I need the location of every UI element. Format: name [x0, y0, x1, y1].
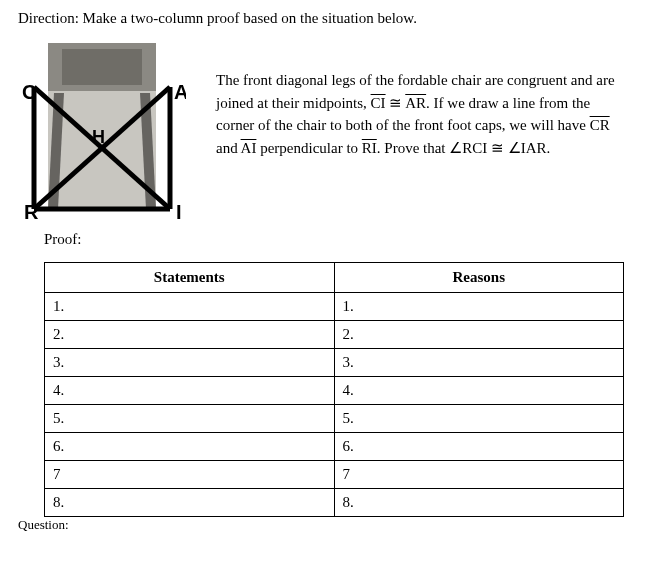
reason-cell: 1. — [334, 293, 624, 321]
label-H: H — [92, 127, 105, 147]
reason-cell: 6. — [334, 433, 624, 461]
table-row: 6. 6. — [45, 433, 624, 461]
label-R: R — [24, 201, 39, 219]
seg-AI: AI — [241, 140, 257, 156]
seg-CR: CR — [590, 117, 610, 133]
stmt-cell: 6. — [45, 433, 335, 461]
problem-description: The front diagonal legs of the fordable … — [216, 43, 632, 159]
reason-cell: 5. — [334, 405, 624, 433]
label-I: I — [176, 201, 182, 219]
reason-cell: 8. — [334, 489, 624, 517]
chair-back-panel — [62, 49, 142, 85]
top-section: C A H R I The front diagonal legs of the… — [18, 43, 632, 219]
reason-cell: 4. — [334, 377, 624, 405]
desc-part5: . Prove that ∠RCI ≅ ∠IAR. — [377, 140, 551, 156]
stmt-cell: 7 — [45, 461, 335, 489]
table-row: 8. 8. — [45, 489, 624, 517]
table-row: 1. 1. — [45, 293, 624, 321]
stmt-cell: 2. — [45, 321, 335, 349]
bottom-cut-text: Question: — [18, 517, 632, 533]
diagram-svg: C A H R I — [18, 43, 186, 219]
seg-RI: RI — [362, 140, 377, 156]
chair-diagram: C A H R I — [18, 43, 186, 219]
desc-cong1: ≅ — [386, 95, 406, 111]
proof-table: Statements Reasons 1. 1. 2. 2. 3. 3. 4. … — [44, 262, 624, 517]
table-row: 7 7 — [45, 461, 624, 489]
header-statements: Statements — [45, 263, 335, 293]
stmt-cell: 8. — [45, 489, 335, 517]
desc-part3: and — [216, 140, 241, 156]
reason-cell: 7 — [334, 461, 624, 489]
header-reasons: Reasons — [334, 263, 624, 293]
table-body: 1. 1. 2. 2. 3. 3. 4. 4. 5. 5. 6. 6. 7 7 … — [45, 293, 624, 517]
reason-cell: 2. — [334, 321, 624, 349]
seg-CI: CI — [371, 95, 386, 111]
label-A: A — [174, 81, 186, 103]
stmt-cell: 4. — [45, 377, 335, 405]
stmt-cell: 5. — [45, 405, 335, 433]
proof-label: Proof: — [44, 223, 632, 262]
desc-part4: perpendicular to — [256, 140, 361, 156]
stmt-cell: 3. — [45, 349, 335, 377]
table-row: 5. 5. — [45, 405, 624, 433]
table-head: Statements Reasons — [45, 263, 624, 293]
label-C: C — [22, 81, 36, 103]
table-row: 4. 4. — [45, 377, 624, 405]
direction-line: Direction: Make a two-column proof based… — [18, 10, 632, 27]
table-row: 3. 3. — [45, 349, 624, 377]
diagram-column: C A H R I — [18, 43, 204, 219]
seg-AR: AR — [405, 95, 426, 111]
stmt-cell: 1. — [45, 293, 335, 321]
table-row: 2. 2. — [45, 321, 624, 349]
reason-cell: 3. — [334, 349, 624, 377]
